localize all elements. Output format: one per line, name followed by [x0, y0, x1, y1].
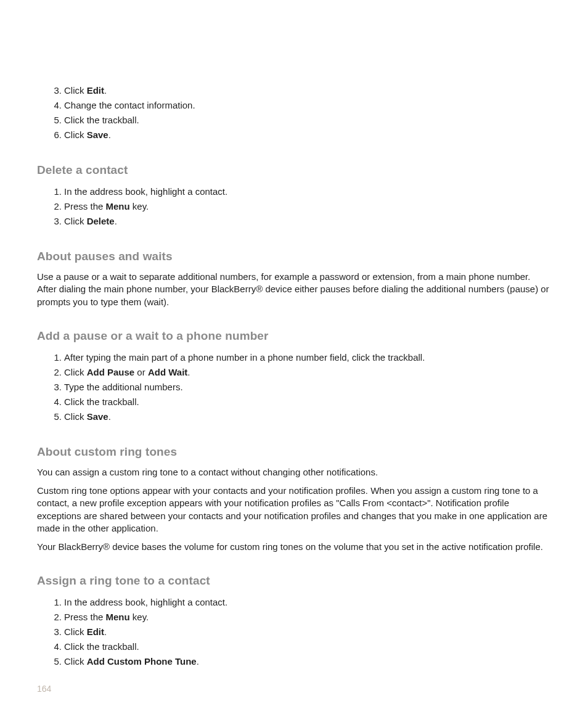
step-pre: Click the trackball. — [64, 641, 139, 652]
step-pre: Click the trackball. — [64, 396, 139, 407]
list-item: Click Add Pause or Add Wait. — [64, 365, 551, 380]
list-item: Click Save. — [64, 128, 551, 142]
step-bold: Menu — [106, 201, 130, 211]
step-mid: or — [134, 367, 148, 377]
step-bold: Save — [87, 129, 108, 140]
step-bold: Add Custom Phone Tune — [87, 656, 197, 667]
heading-delete-contact: Delete a contact — [37, 163, 551, 177]
list-item: Change the contact information. — [64, 98, 551, 113]
step-bold: Delete — [87, 216, 115, 226]
page-number: 164 — [37, 684, 51, 694]
list-item: Click the trackball. — [64, 395, 551, 409]
step-pre: Click the trackball. — [64, 115, 139, 125]
step-pre: Click — [64, 411, 87, 422]
heading-about-pauses: About pauses and waits — [37, 250, 551, 263]
step-post: . — [187, 367, 190, 377]
heading-about-ring-tones: About custom ring tones — [37, 445, 551, 459]
step-post: . — [115, 216, 117, 226]
step-pre: In the address book, highlight a contact… — [64, 597, 227, 607]
step-pre: Click — [64, 626, 87, 637]
step-pre: Press the — [64, 201, 106, 211]
list-item: After typing the main part of a phone nu… — [64, 350, 551, 365]
step-bold-2: Add Wait — [148, 367, 187, 377]
list-item: Click Add Custom Phone Tune. — [64, 654, 551, 669]
heading-assign-ring-tone: Assign a ring tone to a contact — [37, 574, 551, 588]
list-item: Click the trackball. — [64, 113, 551, 128]
paragraph: Your BlackBerry® device bases the volume… — [37, 541, 551, 553]
step-post: . — [104, 626, 107, 637]
step-list-add-pause: After typing the main part of a phone nu… — [37, 350, 551, 424]
paragraph: Custom ring tone options appear with you… — [37, 485, 551, 535]
step-list-delete-contact: In the address book, highlight a contact… — [37, 184, 551, 229]
step-pre: Press the — [64, 612, 106, 622]
step-pre: Click — [64, 85, 87, 96]
paragraph: You can assign a custom ring tone to a c… — [37, 466, 551, 478]
paragraph: Use a pause or a wait to separate additi… — [37, 271, 551, 308]
step-list-assign-ring-tone: In the address book, highlight a contact… — [37, 595, 551, 669]
list-item: In the address book, highlight a contact… — [64, 184, 551, 199]
step-bold: Save — [87, 411, 108, 422]
list-item: Press the Menu key. — [64, 199, 551, 214]
step-pre: Change the contact information. — [64, 100, 195, 110]
list-item: Click Delete. — [64, 214, 551, 229]
step-bold: Add Pause — [87, 367, 135, 377]
document-page: Click Edit. Change the contact informati… — [0, 0, 588, 706]
list-item: Press the Menu key. — [64, 610, 551, 625]
step-pre: After typing the main part of a phone nu… — [64, 352, 425, 363]
step-bold: Edit — [87, 85, 104, 96]
list-item: Click Edit. — [64, 83, 551, 98]
list-item: Click Save. — [64, 409, 551, 424]
step-post: . — [104, 85, 107, 96]
list-item: In the address book, highlight a contact… — [64, 595, 551, 610]
step-bold: Menu — [106, 612, 130, 622]
step-pre: In the address book, highlight a contact… — [64, 186, 227, 197]
step-bold: Edit — [87, 626, 104, 637]
step-pre: Type the additional numbers. — [64, 382, 183, 392]
step-pre: Click — [64, 367, 87, 377]
list-item: Click the trackball. — [64, 639, 551, 654]
step-post: . — [108, 129, 111, 140]
step-list-top: Click Edit. Change the contact informati… — [37, 83, 551, 142]
list-item: Type the additional numbers. — [64, 380, 551, 395]
step-post: key. — [130, 612, 149, 622]
step-pre: Click — [64, 656, 87, 667]
step-pre: Click — [64, 129, 87, 140]
list-item: Click Edit. — [64, 625, 551, 639]
step-post: key. — [130, 201, 149, 211]
step-pre: Click — [64, 216, 87, 226]
step-post: . — [108, 411, 111, 422]
step-post: . — [197, 656, 199, 667]
heading-add-pause-wait: Add a pause or a wait to a phone number — [37, 329, 551, 343]
